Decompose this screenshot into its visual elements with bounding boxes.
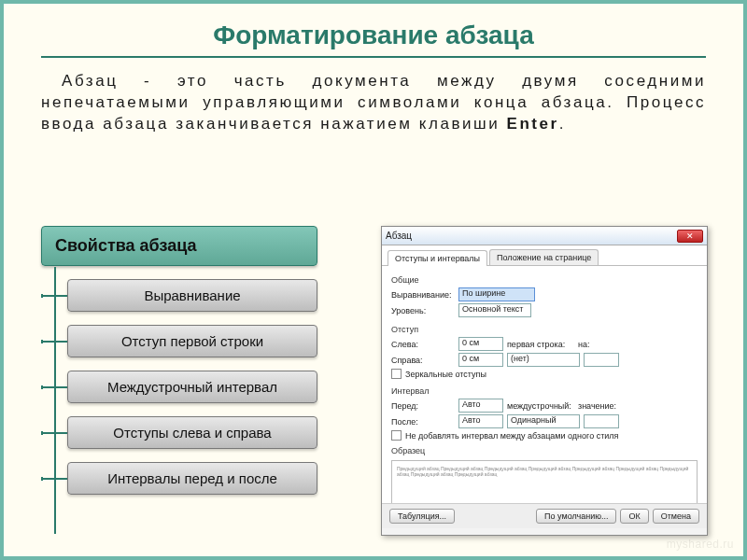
dialog-body: Общие Выравнивание: По ширине Уровень: О… bbox=[382, 266, 707, 503]
label-level: Уровень: bbox=[391, 306, 455, 315]
ok-button[interactable]: ОК bbox=[620, 509, 648, 524]
after-spinner[interactable]: Авто bbox=[458, 414, 503, 428]
label-left: Слева: bbox=[391, 340, 455, 349]
mirror-checkbox[interactable] bbox=[391, 369, 402, 379]
group-indent: Отступ bbox=[391, 325, 698, 334]
title-underline bbox=[41, 56, 706, 58]
label-by: на: bbox=[578, 340, 597, 349]
connector-vline bbox=[54, 267, 56, 534]
nospace-checkbox[interactable] bbox=[391, 430, 402, 441]
watermark: myshared.ru bbox=[667, 538, 734, 551]
firstline-select[interactable]: (нет) bbox=[507, 353, 580, 367]
property-row: Междустрочный интервал bbox=[41, 371, 317, 403]
dialog-footer: Табуляция... По умолчанию... ОК Отмена bbox=[382, 503, 707, 528]
desc-text: Абзац - это часть документа между двумя … bbox=[41, 72, 706, 133]
label-linesp: междустрочный: bbox=[507, 401, 574, 411]
value-spinner[interactable] bbox=[584, 414, 619, 428]
label-alignment: Выравнивание: bbox=[391, 290, 455, 300]
slide-title: Форматирование абзаца bbox=[4, 4, 743, 56]
properties-panel: Свойства абзаца Выравнивание Отступ перв… bbox=[41, 226, 317, 495]
desc-bold: Enter bbox=[507, 115, 559, 133]
property-before-after: Интервалы перед и после bbox=[67, 462, 317, 495]
property-row: Отступ первой строки bbox=[41, 325, 317, 357]
dialog-titlebar: Абзац ✕ bbox=[382, 227, 707, 245]
slide-description: Абзац - это часть документа между двумя … bbox=[4, 71, 743, 135]
tab-position[interactable]: Положение на странице bbox=[489, 249, 599, 265]
cancel-button[interactable]: Отмена bbox=[653, 509, 699, 524]
dialog-tabs: Отступы и интервалы Положение на страниц… bbox=[382, 245, 707, 266]
label-firstline: первая строка: bbox=[507, 340, 574, 349]
property-row: Отступы слева и справа bbox=[41, 416, 317, 449]
linesp-select[interactable]: Одинарный bbox=[507, 414, 580, 428]
label-right: Справа: bbox=[391, 356, 455, 365]
alignment-select[interactable]: По ширине bbox=[458, 287, 535, 301]
left-spinner[interactable]: 0 см bbox=[458, 337, 503, 351]
tabstops-button[interactable]: Табуляция... bbox=[389, 509, 455, 524]
label-before: Перед: bbox=[391, 401, 455, 411]
property-row: Выравнивание bbox=[41, 279, 317, 312]
group-sample: Образец bbox=[391, 446, 698, 455]
property-left-right: Отступы слева и справа bbox=[67, 416, 317, 449]
properties-heading: Свойства абзаца bbox=[41, 226, 317, 266]
group-spacing: Интервал bbox=[391, 386, 698, 396]
group-general: Общие bbox=[391, 275, 698, 285]
label-value: значение: bbox=[578, 401, 617, 411]
label-mirror: Зеркальные отступы bbox=[405, 370, 486, 379]
label-nospace: Не добавлять интервал между абзацами одн… bbox=[405, 431, 618, 441]
property-line-spacing: Междустрочный интервал bbox=[67, 371, 317, 403]
label-after: После: bbox=[391, 417, 455, 427]
desc-post: . bbox=[559, 115, 566, 133]
tab-indents[interactable]: Отступы и интервалы bbox=[388, 250, 487, 266]
by-spinner[interactable] bbox=[584, 353, 619, 367]
right-spinner[interactable]: 0 см bbox=[458, 353, 503, 367]
default-button[interactable]: По умолчанию... bbox=[536, 509, 616, 524]
before-spinner[interactable]: Авто bbox=[458, 399, 503, 413]
property-row: Интервалы перед и после bbox=[41, 462, 317, 495]
level-select[interactable]: Основной текст bbox=[458, 303, 531, 317]
close-button[interactable]: ✕ bbox=[677, 230, 703, 243]
paragraph-dialog: Абзац ✕ Отступы и интервалы Положение на… bbox=[381, 226, 708, 536]
property-first-line: Отступ первой строки bbox=[67, 325, 317, 357]
property-alignment: Выравнивание bbox=[67, 279, 317, 312]
dialog-title: Абзац bbox=[386, 231, 677, 241]
